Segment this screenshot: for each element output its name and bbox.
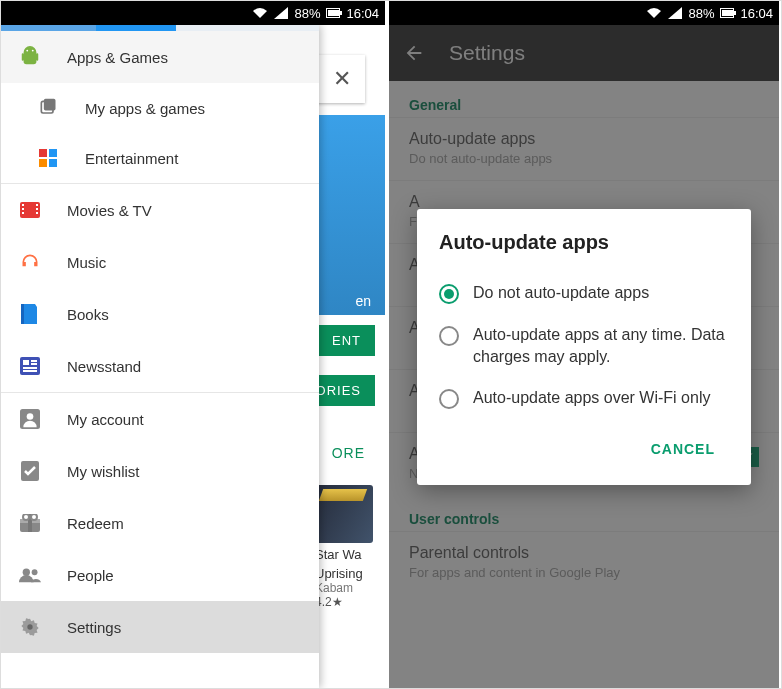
auto-update-dialog: Auto-update apps Do not auto-update apps… — [417, 209, 751, 485]
battery-icon — [720, 8, 734, 18]
redeem-icon — [19, 512, 41, 534]
nav-item-books[interactable]: Books — [1, 288, 319, 340]
close-icon[interactable]: ✕ — [333, 66, 351, 92]
clock: 16:04 — [346, 6, 379, 21]
radio-option-any-time[interactable]: Auto-update apps at any time. Data charg… — [439, 314, 729, 377]
wifi-icon — [252, 7, 268, 19]
movies-icon — [19, 199, 41, 221]
radio-option-wifi-only[interactable]: Auto-update apps over Wi-Fi only — [439, 377, 729, 419]
svg-rect-6 — [39, 159, 47, 167]
promo-text: en — [355, 293, 371, 309]
radio-option-do-not-update[interactable]: Do not auto-update apps — [439, 272, 729, 314]
nav-label: Apps & Games — [67, 49, 168, 66]
nav-label: Entertainment — [85, 150, 178, 167]
nav-label: People — [67, 567, 114, 584]
nav-item-settings[interactable]: Settings — [1, 601, 319, 653]
nav-label: Books — [67, 306, 109, 323]
radio-icon — [439, 389, 459, 409]
nav-label: My apps & games — [85, 100, 205, 117]
nav-item-entertainment[interactable]: Entertainment — [1, 133, 319, 183]
svg-rect-4 — [39, 149, 47, 157]
cancel-button[interactable]: CANCEL — [641, 433, 725, 465]
nav-label: My account — [67, 411, 144, 428]
radio-icon — [439, 284, 459, 304]
svg-rect-11 — [22, 212, 24, 214]
account-icon — [19, 408, 41, 430]
nav-label: Music — [67, 254, 106, 271]
nav-item-wishlist[interactable]: My wishlist — [1, 445, 319, 497]
option-label: Auto-update apps at any time. Data charg… — [473, 324, 729, 367]
dialog-title: Auto-update apps — [439, 231, 729, 254]
svg-point-31 — [32, 569, 38, 575]
nav-label: Movies & TV — [67, 202, 152, 219]
svg-rect-13 — [36, 208, 38, 210]
app-title: Star Wa — [315, 547, 375, 562]
signal-icon — [274, 7, 288, 19]
nav-drawer: Apps & Games My apps & games Entertainme… — [1, 25, 319, 688]
music-icon — [19, 251, 41, 273]
nav-label: Newsstand — [67, 358, 141, 375]
svg-rect-20 — [31, 360, 37, 362]
chip-entertainment[interactable]: ENT — [318, 325, 375, 356]
svg-rect-18 — [23, 367, 37, 369]
svg-rect-21 — [31, 363, 37, 365]
phone-left: 88% 16:04 ✕ en ENT TEGORIES ORE Star Wa … — [1, 1, 389, 688]
phone-right: 88% 16:04 Settings General Auto-update a… — [389, 1, 779, 688]
svg-point-0 — [26, 50, 28, 52]
battery-pct: 88% — [688, 6, 714, 21]
app-thumbnail — [315, 485, 373, 543]
apps-icon — [37, 97, 59, 119]
nav-item-movies[interactable]: Movies & TV — [1, 184, 319, 236]
nav-label: Redeem — [67, 515, 124, 532]
nav-item-my-account[interactable]: My account — [1, 393, 319, 445]
nav-label: Settings — [67, 619, 121, 636]
app-publisher: Kabam — [315, 581, 375, 595]
svg-rect-14 — [36, 212, 38, 214]
status-bar: 88% 16:04 — [389, 1, 779, 25]
svg-rect-7 — [49, 159, 57, 167]
nav-item-music[interactable]: Music — [1, 236, 319, 288]
nav-item-people[interactable]: People — [1, 549, 319, 601]
svg-rect-19 — [23, 370, 37, 372]
entertainment-icon — [37, 147, 59, 169]
app-subtitle: Uprising — [315, 566, 375, 581]
svg-point-1 — [32, 50, 34, 52]
people-icon — [19, 564, 41, 586]
more-link[interactable]: ORE — [332, 445, 365, 461]
status-bar: 88% 16:04 — [1, 1, 385, 25]
newsstand-icon — [19, 355, 41, 377]
android-icon — [19, 46, 41, 68]
svg-rect-3 — [44, 99, 56, 111]
svg-rect-9 — [22, 204, 24, 206]
wifi-icon — [646, 7, 662, 19]
svg-rect-10 — [22, 208, 24, 210]
svg-rect-16 — [20, 357, 40, 375]
nav-item-my-apps[interactable]: My apps & games — [1, 83, 319, 133]
svg-point-28 — [23, 514, 29, 520]
battery-icon — [326, 8, 340, 18]
option-label: Auto-update apps over Wi-Fi only — [473, 387, 710, 409]
nav-label: My wishlist — [67, 463, 140, 480]
svg-point-23 — [27, 413, 34, 420]
nav-item-newsstand[interactable]: Newsstand — [1, 340, 319, 392]
svg-rect-5 — [49, 149, 57, 157]
radio-icon — [439, 326, 459, 346]
svg-rect-17 — [23, 360, 29, 365]
clock: 16:04 — [740, 6, 773, 21]
signal-icon — [668, 7, 682, 19]
svg-rect-12 — [36, 204, 38, 206]
nav-item-redeem[interactable]: Redeem — [1, 497, 319, 549]
option-label: Do not auto-update apps — [473, 282, 649, 304]
svg-point-30 — [23, 569, 30, 576]
gear-icon — [19, 616, 41, 638]
app-card[interactable]: Star Wa Uprising Kabam 4.2★ — [315, 485, 375, 609]
app-rating: 4.2★ — [315, 595, 375, 609]
nav-item-apps-games[interactable]: Apps & Games — [1, 31, 319, 83]
battery-pct: 88% — [294, 6, 320, 21]
books-icon — [19, 303, 41, 325]
svg-point-29 — [31, 514, 37, 520]
wishlist-icon — [19, 460, 41, 482]
svg-rect-15 — [21, 304, 24, 324]
